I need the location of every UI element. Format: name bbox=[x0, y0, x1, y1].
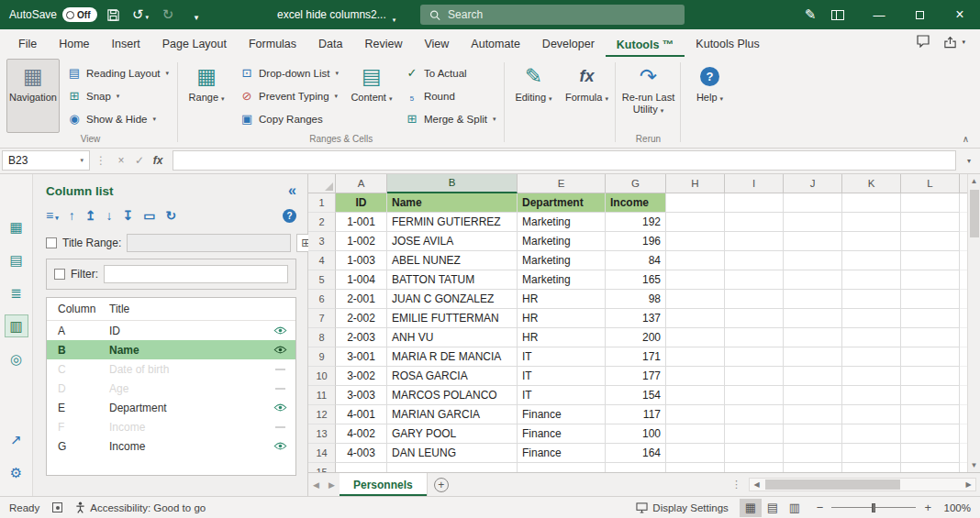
cell-L11[interactable] bbox=[901, 386, 960, 405]
cell-J7[interactable] bbox=[784, 309, 842, 328]
cell-A15[interactable] bbox=[336, 463, 387, 472]
row-header-10[interactable]: 10 bbox=[308, 367, 336, 386]
cell-G8[interactable]: 200 bbox=[606, 328, 666, 347]
cell-I12[interactable] bbox=[725, 405, 784, 424]
move-down-icon[interactable]: ↓ bbox=[106, 208, 112, 223]
cell-B9[interactable]: MARIA R DE MANCIA bbox=[387, 347, 518, 367]
row-header-14[interactable]: 14 bbox=[308, 444, 336, 463]
column-header-J[interactable]: J bbox=[784, 174, 842, 193]
ribbon-tab-view[interactable]: View bbox=[413, 32, 460, 57]
accessibility-status[interactable]: Accessibility: Good to go bbox=[75, 501, 206, 513]
cell-E4[interactable]: Marketing bbox=[518, 251, 606, 270]
cell-G10[interactable]: 177 bbox=[606, 367, 666, 386]
cell-E1[interactable]: Department bbox=[518, 193, 606, 213]
cell-L2[interactable] bbox=[901, 213, 960, 232]
zoom-slider-thumb[interactable] bbox=[872, 503, 875, 512]
cell-L1[interactable] bbox=[901, 193, 960, 213]
column-header-A[interactable]: A bbox=[336, 174, 387, 193]
cell-H11[interactable] bbox=[666, 386, 725, 405]
cell-J13[interactable] bbox=[784, 424, 842, 444]
column-list-row[interactable]: DAge bbox=[47, 379, 295, 398]
help-button[interactable]: ?Help▾ bbox=[684, 59, 735, 133]
cell-I3[interactable] bbox=[725, 232, 784, 251]
horizontal-scroll-thumb[interactable] bbox=[765, 479, 900, 490]
sheet-nav-left-icon[interactable]: ◀ bbox=[308, 473, 324, 496]
cell-L12[interactable] bbox=[901, 405, 960, 424]
cell-G15[interactable] bbox=[606, 463, 666, 472]
cell-K11[interactable] bbox=[842, 386, 901, 405]
cell-A13[interactable]: 4-002 bbox=[336, 424, 387, 444]
cell-E7[interactable]: HR bbox=[518, 309, 606, 328]
cell-I13[interactable] bbox=[725, 424, 784, 444]
re-run-last-utility-button[interactable]: ↷Re-run Last Utility▾ bbox=[618, 59, 677, 133]
cell-B3[interactable]: JOSE AVILA bbox=[387, 232, 518, 251]
cell-K6[interactable] bbox=[842, 290, 901, 309]
settings-gear-icon[interactable]: ⚙ bbox=[6, 462, 28, 483]
row-header-1[interactable]: 1 bbox=[308, 193, 336, 213]
cell-H6[interactable] bbox=[666, 290, 725, 309]
row-header-15[interactable]: 15 bbox=[308, 463, 336, 472]
column-list-row[interactable]: EDepartment bbox=[47, 398, 295, 417]
cell-K10[interactable] bbox=[842, 367, 901, 386]
cell-G14[interactable]: 164 bbox=[606, 444, 666, 463]
normal-view-icon[interactable]: ▦ bbox=[740, 499, 762, 517]
scroll-down-icon[interactable]: ▼ bbox=[968, 458, 980, 472]
cell-H13[interactable] bbox=[666, 424, 725, 444]
worksheet-list-icon[interactable]: ▤ bbox=[6, 249, 28, 270]
row-header-9[interactable]: 9 bbox=[308, 347, 336, 367]
formula-input[interactable] bbox=[173, 150, 956, 171]
column-header-H[interactable]: H bbox=[666, 174, 725, 193]
content-button[interactable]: ▤Content▾ bbox=[346, 59, 397, 133]
document-title[interactable]: excel hide columns2... ▾ bbox=[277, 0, 395, 29]
cell-I15[interactable] bbox=[725, 463, 784, 472]
row-header-4[interactable]: 4 bbox=[308, 251, 336, 270]
filter-checkbox[interactable] bbox=[54, 269, 65, 280]
column-header-I[interactable]: I bbox=[725, 174, 784, 193]
ribbon-tab-file[interactable]: File bbox=[7, 32, 48, 57]
copy-ranges-button[interactable]: ▣Copy Ranges bbox=[234, 107, 344, 130]
cell-I9[interactable] bbox=[725, 347, 784, 367]
cell-G9[interactable]: 171 bbox=[606, 347, 666, 367]
row-header-3[interactable]: 3 bbox=[308, 232, 336, 251]
cell-E5[interactable]: Marketing bbox=[518, 270, 606, 290]
cell-K14[interactable] bbox=[842, 444, 901, 463]
to-actual-button[interactable]: ✓To Actual bbox=[399, 61, 502, 84]
cell-B2[interactable]: FERMIN GUTIERREZ bbox=[387, 213, 518, 232]
cell-A7[interactable]: 2-002 bbox=[336, 309, 387, 328]
title-range-checkbox[interactable] bbox=[46, 237, 57, 248]
page-layout-view-icon[interactable]: ▤ bbox=[762, 499, 784, 517]
cell-E15[interactable] bbox=[518, 463, 606, 472]
list-menu-icon[interactable]: ≡ bbox=[46, 208, 59, 223]
scroll-left-icon[interactable]: ◀ bbox=[750, 480, 763, 489]
cell-H10[interactable] bbox=[666, 367, 725, 386]
cell-H15[interactable] bbox=[666, 463, 725, 472]
cell-I2[interactable] bbox=[725, 213, 784, 232]
ribbon-tab-developer[interactable]: Developer bbox=[531, 32, 606, 57]
select-all-corner[interactable] bbox=[308, 174, 336, 193]
filter-input[interactable] bbox=[104, 265, 288, 283]
cell-I7[interactable] bbox=[725, 309, 784, 328]
cell-J2[interactable] bbox=[784, 213, 842, 232]
column-header-G[interactable]: G bbox=[606, 174, 666, 193]
cell-L13[interactable] bbox=[901, 424, 960, 444]
ribbon-tab-insert[interactable]: Insert bbox=[101, 32, 151, 57]
navigation-button[interactable]: ▦Navigation bbox=[6, 59, 60, 133]
display-settings-button[interactable]: Display Settings bbox=[636, 502, 728, 513]
scroll-up-icon[interactable]: ▲ bbox=[968, 174, 980, 188]
cell-J10[interactable] bbox=[784, 367, 842, 386]
column-header-K[interactable]: K bbox=[842, 174, 901, 193]
cell-G3[interactable]: 196 bbox=[606, 232, 666, 251]
editing-button[interactable]: ✎Editing▾ bbox=[507, 59, 559, 133]
cell-I11[interactable] bbox=[725, 386, 784, 405]
hidden-dash-icon[interactable] bbox=[264, 426, 295, 428]
cell-A3[interactable]: 1-002 bbox=[336, 232, 387, 251]
prevent-typing-button[interactable]: ⊘Prevent Typing bbox=[234, 84, 344, 107]
cell-G2[interactable]: 192 bbox=[606, 213, 666, 232]
cell-L14[interactable] bbox=[901, 444, 960, 463]
cell-B10[interactable]: ROSA GARCIA bbox=[387, 367, 518, 386]
cell-H14[interactable] bbox=[666, 444, 725, 463]
cell-A1[interactable]: ID bbox=[336, 193, 387, 213]
cell-G7[interactable]: 137 bbox=[606, 309, 666, 328]
macro-record-icon[interactable] bbox=[52, 502, 62, 512]
cell-I5[interactable] bbox=[725, 270, 784, 290]
